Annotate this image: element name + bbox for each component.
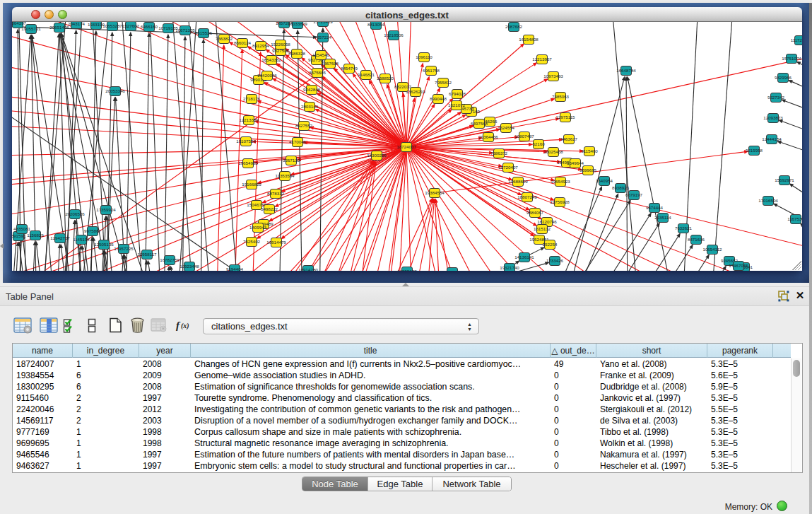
teal-node[interactable]: 11172864 (791, 36, 802, 45)
select-all-button[interactable] (59, 315, 81, 336)
table-cell[interactable]: Yano et al. (2008) (596, 358, 707, 370)
table-cell[interactable]: 1997 (139, 392, 191, 404)
table-cell[interactable]: 5.5E–5 (707, 404, 773, 415)
table-cell[interactable]: 0 (551, 415, 596, 426)
teal-node[interactable]: 19321740 (500, 264, 519, 271)
teal-node[interactable]: 1733426 (546, 257, 564, 266)
table-cell[interactable]: Estimation of significance thresholds fo… (191, 381, 551, 392)
table-cell[interactable]: 2008 (139, 381, 191, 392)
yellow-node[interactable]: 8912954 (252, 42, 270, 51)
teal-node[interactable]: 15723419 (313, 22, 333, 27)
table-cell[interactable]: 2 (73, 404, 139, 415)
table-cell[interactable]: 2012 (139, 404, 191, 415)
table-cell[interactable]: 1 (73, 449, 139, 460)
table-row[interactable]: 946554611997Estimation of the future num… (13, 449, 791, 460)
table-cell[interactable]: Hescheler et al. (1997) (596, 460, 707, 472)
table-cell[interactable]: 1998 (139, 426, 191, 438)
red-edge[interactable] (12, 74, 406, 147)
black-edge[interactable] (165, 270, 169, 271)
table-cell[interactable]: 5.3E–5 (707, 460, 773, 472)
black-edge[interactable] (56, 248, 59, 271)
table-row[interactable]: 911546021997Tourette syndrome. Phenomeno… (13, 392, 791, 404)
teal-node[interactable]: 8471636 (688, 235, 705, 245)
teal-node[interactable]: 2043174 (68, 22, 86, 29)
teal-node[interactable]: 1145194 (73, 235, 90, 245)
table-cell[interactable]: 1 (73, 358, 139, 370)
table-cell[interactable]: 9463627 (13, 460, 73, 472)
teal-node[interactable]: 10653287 (102, 22, 122, 31)
yellow-node[interactable]: 7625402 (243, 238, 261, 247)
black-edge[interactable] (148, 264, 157, 271)
yellow-node[interactable]: 19654923 (551, 177, 570, 187)
yellow-node[interactable]: 4170046 (289, 138, 307, 147)
table-cell[interactable]: Corpus callosum shape and size in male p… (191, 426, 551, 438)
table-cell[interactable]: 2008 (139, 358, 191, 370)
yellow-node[interactable]: 1615132 (534, 225, 551, 234)
black-edge[interactable] (792, 82, 802, 95)
black-edge[interactable] (164, 38, 168, 271)
teal-node[interactable]: 20206526 (65, 210, 85, 219)
table-cell[interactable]: Embryonic stem cells: a model to study s… (191, 460, 551, 472)
table-cell[interactable]: 0 (551, 404, 596, 415)
yellow-node[interactable]: 252254 (543, 240, 558, 250)
table-cell[interactable]: 0 (551, 449, 596, 460)
vertical-scrollbar[interactable] (791, 358, 801, 472)
change-table-mode-button[interactable] (12, 315, 33, 336)
table-cell[interactable]: 9465546 (13, 449, 73, 460)
black-edge[interactable] (31, 245, 35, 271)
black-edge[interactable] (23, 239, 32, 271)
table-cell[interactable]: 5.9E–5 (707, 381, 773, 392)
table-row[interactable]: 1872400712008Changes of HCN gene express… (13, 358, 791, 370)
table-cell[interactable]: 1 (73, 426, 139, 438)
black-edge[interactable] (800, 64, 802, 76)
column-header-pagerank[interactable]: pagerank (707, 344, 773, 358)
table-cell[interactable]: 9699695 (13, 438, 73, 449)
teal-node[interactable]: 9975867 (84, 227, 102, 236)
yellow-node[interactable]: 1096110 (416, 53, 433, 62)
yellow-node[interactable]: 9684067 (526, 209, 544, 218)
yellow-node[interactable]: 8427552 (295, 122, 313, 131)
column-header-title[interactable]: title (191, 344, 551, 358)
table-cell[interactable]: 5.3E–5 (707, 426, 773, 438)
teal-node[interactable]: 20691406 (49, 23, 69, 33)
black-edge[interactable] (682, 22, 700, 271)
teal-node[interactable]: 10654112 (702, 245, 722, 255)
yellow-node[interactable]: 9115460 (581, 147, 598, 156)
table-cell[interactable]: 49 (551, 358, 596, 370)
table-cell[interactable]: Estimation of the future numbers of pati… (191, 449, 551, 460)
table-row[interactable]: 1938455462009Genome–wide association stu… (13, 370, 791, 381)
black-edge[interactable] (793, 186, 802, 204)
table-cell[interactable]: 2003 (139, 415, 191, 426)
close-panel-icon[interactable]: ✕ (794, 289, 806, 302)
delete-table-button[interactable] (148, 315, 169, 336)
table-cell[interactable]: 2009 (139, 370, 191, 381)
black-edge[interactable] (631, 258, 707, 271)
table-row[interactable]: 946362711997Embryonic stem cells: a mode… (13, 460, 791, 472)
teal-node[interactable]: 1156829 (27, 231, 44, 240)
teal-node[interactable]: 7632621 (675, 224, 693, 233)
network-canvas[interactable]: 2064397190557212069140620431741933190106… (12, 22, 802, 271)
teal-node[interactable]: 6679197 (625, 191, 643, 200)
teal-node[interactable]: 19218506 (384, 31, 404, 40)
yellow-node[interactable]: 9463627 (560, 135, 578, 144)
table-cell[interactable]: Franke et al. (2009) (596, 370, 707, 381)
black-edge[interactable] (212, 22, 240, 271)
table-cell[interactable]: Jankovic et al. (1997) (596, 392, 707, 404)
yellow-node[interactable]: 8186328 (288, 49, 306, 59)
teal-node[interactable]: 9215958 (746, 146, 763, 156)
teal-node[interactable]: 1640954 (596, 177, 613, 186)
table-selector-dropdown[interactable]: citations_edges.txt ▲▼ (203, 318, 479, 334)
table-cell[interactable]: 18300295 (13, 381, 73, 392)
tab-network-table[interactable]: Network Table (433, 477, 511, 491)
yellow-node[interactable]: 3267130 (283, 156, 300, 165)
table-cell[interactable]: Nakamura et al. (1997) (596, 449, 707, 460)
table-cell[interactable]: 1 (73, 460, 139, 472)
table-cell[interactable]: 0 (551, 370, 596, 381)
clear-selection-button[interactable] (81, 315, 102, 336)
black-edge[interactable] (100, 255, 103, 271)
table-cell[interactable]: 1997 (139, 460, 191, 472)
black-edge[interactable] (145, 37, 149, 271)
black-edge[interactable] (628, 81, 677, 271)
yellow-node[interactable]: 62160 (532, 140, 545, 149)
teal-node[interactable]: 17359924 (96, 206, 116, 215)
